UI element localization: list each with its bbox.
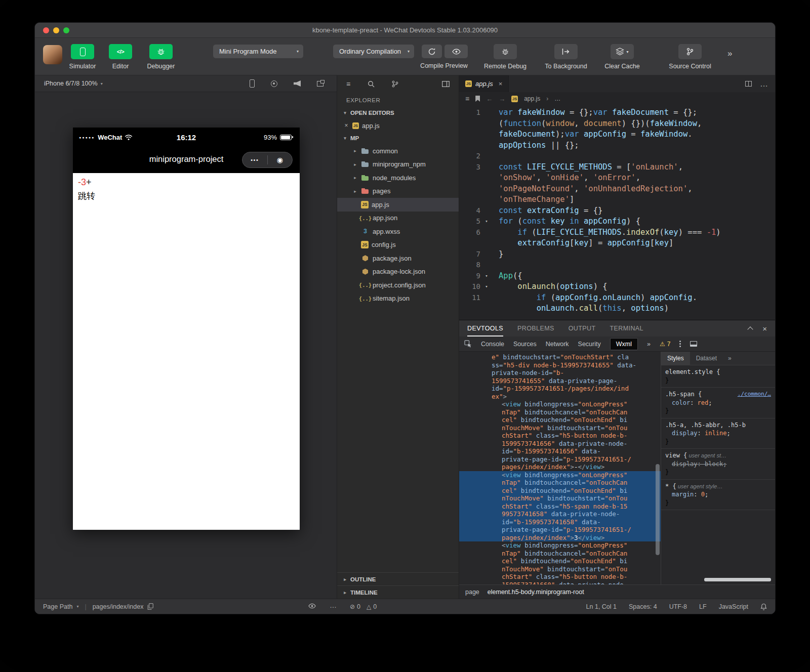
- tree-folder-miniprogram_npm[interactable]: ▸miniprogram_npm: [337, 158, 459, 172]
- capsule-menu-button[interactable]: •••: [242, 157, 267, 163]
- cursor-position[interactable]: Ln 1, Col 1: [586, 603, 617, 610]
- close-icon[interactable]: ×: [499, 80, 503, 88]
- code-line[interactable]: 3const LIFE_CYCLE_METHODS = ['onLaunch',: [459, 162, 775, 173]
- navigate-link[interactable]: 跳转: [78, 189, 295, 203]
- style-rule[interactable]: element.style {}: [661, 365, 775, 388]
- panel-console[interactable]: Console: [481, 341, 504, 348]
- tree-folder-common[interactable]: ▸common: [337, 144, 459, 158]
- scrollbar[interactable]: [656, 464, 660, 555]
- breadcrumb-file[interactable]: app.js: [524, 95, 540, 102]
- tree-folder-node_modules[interactable]: ▸node_modules: [337, 171, 459, 185]
- kebab-menu-icon[interactable]: [679, 341, 681, 347]
- code-line[interactable]: onLaunch.call(this, options): [459, 303, 775, 314]
- search-icon[interactable]: [368, 80, 375, 88]
- list-icon[interactable]: ≡: [346, 80, 350, 88]
- breadcrumb-more[interactable]: …: [554, 95, 560, 102]
- code-line[interactable]: 'onShow', 'onHide', 'onError',: [459, 173, 775, 184]
- code-line[interactable]: (function(window, document) {})(fakeWind…: [459, 118, 775, 130]
- copy-icon[interactable]: [147, 603, 153, 610]
- more-tabs-icon[interactable]: »: [728, 355, 732, 362]
- code-line[interactable]: 6 if (LIFE_CYCLE_METHODS.indexOf(key) ==…: [459, 227, 775, 238]
- style-rule[interactable]: .h5-a, .h5-abbr, .h5-bdisplay: inline;}: [661, 418, 775, 449]
- code-line[interactable]: 7}: [459, 249, 775, 260]
- record-icon[interactable]: [271, 80, 277, 87]
- tree-file-app.wxss[interactable]: 3app.wxss: [337, 225, 459, 238]
- code-line[interactable]: 2: [459, 151, 775, 162]
- code-line[interactable]: 10▾ onLaunch(options) {: [459, 281, 775, 292]
- remote-debug-button[interactable]: Remote Debug: [480, 44, 531, 70]
- compilation-dropdown[interactable]: Ordinary Compilation ▾: [333, 45, 414, 58]
- debugger-button[interactable]: Debugger: [136, 44, 186, 70]
- collapse-sidebar-icon[interactable]: [442, 81, 450, 87]
- tree-file-project.config.json[interactable]: {..}project.config.json: [337, 278, 459, 292]
- panel-wxml[interactable]: Wxml: [610, 338, 638, 350]
- tree-file-package.json[interactable]: package.json: [337, 251, 459, 265]
- code-line[interactable]: appOptions || {};: [459, 140, 775, 151]
- tab-problems[interactable]: PROBLEMS: [517, 320, 554, 337]
- source-control-button[interactable]: Source Control: [665, 44, 715, 70]
- forward-icon[interactable]: →: [499, 95, 505, 103]
- code-editor[interactable]: 1var fakeWindow = {};var fakeDocument = …: [459, 105, 775, 320]
- capsule-close-button[interactable]: ◉: [268, 156, 293, 164]
- wxml-pane[interactable]: e" bindtouchstart="onTouchStart" class="…: [459, 352, 661, 584]
- code-line[interactable]: 4const extraConfig = {}: [459, 205, 775, 217]
- close-icon[interactable]: ×: [343, 122, 349, 129]
- panel-security[interactable]: Security: [578, 341, 601, 348]
- inspect-element-icon[interactable]: [464, 340, 472, 348]
- outline-section[interactable]: ▸ OUTLINE: [337, 572, 459, 585]
- tab-app-js[interactable]: JS app.js ×: [459, 75, 509, 92]
- code-line[interactable]: fakeDocument);var appConfig = fakeWindow…: [459, 129, 775, 140]
- code-line[interactable]: 9▾App({: [459, 271, 775, 282]
- increment-button[interactable]: +: [86, 177, 92, 187]
- language-mode[interactable]: JavaScript: [719, 603, 748, 610]
- tree-file-package-lock.json[interactable]: package-lock.json: [337, 265, 459, 279]
- problems-summary[interactable]: ⊘ 0 △ 0: [350, 603, 377, 610]
- eol-setting[interactable]: LF: [699, 603, 707, 610]
- open-editors-section[interactable]: ▾ OPEN EDITORS: [337, 107, 459, 119]
- minimize-window-button[interactable]: [53, 27, 59, 33]
- popout-window-icon[interactable]: [317, 81, 323, 87]
- rotate-device-icon[interactable]: [250, 79, 255, 88]
- tab-output[interactable]: OUTPUT: [569, 320, 596, 337]
- breadcrumb-element[interactable]: element.h5-body.miniprogram-root: [488, 589, 584, 596]
- panel-sources[interactable]: Sources: [513, 341, 537, 348]
- code-line[interactable]: extraConfig[key] = appConfig[key]: [459, 238, 775, 249]
- warning-badge[interactable]: ⚠ 7: [660, 341, 670, 348]
- to-background-button[interactable]: To Background: [541, 44, 591, 70]
- bookmark-icon[interactable]: [475, 96, 480, 102]
- wxml-node-selected[interactable]: <view bindlongpress="onLongPress"nTap" b…: [459, 471, 661, 542]
- horizontal-scrollbar[interactable]: [704, 578, 771, 581]
- tree-file-config.js[interactable]: JSconfig.js: [337, 238, 459, 252]
- style-rule[interactable]: view { user agent st…display: block;}: [661, 449, 775, 480]
- tab-devtools[interactable]: DEVTOOLS: [467, 320, 503, 337]
- compile-button[interactable]: [422, 45, 442, 58]
- device-selector[interactable]: iPhone 6/7/8 100%: [44, 80, 98, 87]
- toolbar-more-button[interactable]: »: [727, 49, 732, 59]
- console-drawer-icon[interactable]: [690, 341, 697, 347]
- git-branch-icon[interactable]: [392, 80, 398, 88]
- close-icon[interactable]: ×: [762, 324, 767, 333]
- page-path-control[interactable]: Page Path ▾ | pages/index/index: [43, 603, 153, 610]
- back-icon[interactable]: ←: [486, 95, 493, 103]
- style-rule[interactable]: * { user agent style…margin: 0;}: [661, 480, 775, 511]
- clear-cache-button[interactable]: ▾ Clear Cache: [597, 44, 647, 70]
- tab-terminal[interactable]: TERMINAL: [610, 320, 643, 337]
- code-line[interactable]: 'onPageNotFound', 'onUnhandledRejection'…: [459, 184, 775, 195]
- timeline-section[interactable]: ▸ TIMELINE: [337, 585, 459, 599]
- more-actions-icon[interactable]: …: [760, 79, 768, 89]
- code-line[interactable]: 'onThemeChange']: [459, 194, 775, 205]
- zoom-window-button[interactable]: [63, 27, 69, 33]
- code-line[interactable]: 11 if (appConfig.onLaunch) appConfig.: [459, 292, 775, 304]
- bell-icon[interactable]: [760, 603, 767, 610]
- more-panels-icon[interactable]: »: [647, 341, 651, 348]
- chevron-up-icon[interactable]: [748, 326, 753, 332]
- tree-file-app.js[interactable]: JSapp.js: [337, 198, 459, 212]
- eye-icon[interactable]: [308, 603, 316, 610]
- encoding-setting[interactable]: UTF-8: [669, 603, 687, 610]
- mode-dropdown[interactable]: Mini Program Mode ▾: [213, 45, 303, 58]
- tab-dataset[interactable]: Dataset: [690, 352, 723, 365]
- indentation-setting[interactable]: Spaces: 4: [629, 603, 657, 610]
- wxml-node[interactable]: <view bindlongpress="onLongPress"nTap" b…: [459, 541, 661, 584]
- code-line[interactable]: 5▾for (const key in appConfig) {: [459, 216, 775, 227]
- breadcrumb-page[interactable]: page: [465, 589, 479, 596]
